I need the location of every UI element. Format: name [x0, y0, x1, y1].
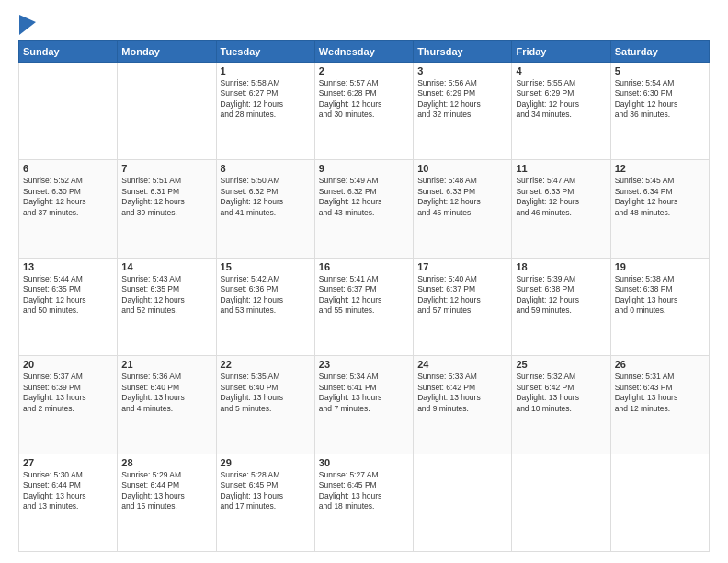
- calendar-cell: [414, 454, 512, 551]
- logo: [18, 15, 36, 31]
- day-number: 11: [516, 163, 606, 174]
- day-info: Sunrise: 5:58 AM Sunset: 6:27 PM Dayligh…: [221, 78, 311, 121]
- day-info: Sunrise: 5:36 AM Sunset: 6:40 PM Dayligh…: [121, 372, 211, 414]
- header: [18, 15, 710, 31]
- calendar-cell: 10Sunrise: 5:48 AM Sunset: 6:33 PM Dayli…: [414, 160, 512, 258]
- day-number: 21: [121, 359, 211, 370]
- day-info: Sunrise: 5:39 AM Sunset: 6:38 PM Dayligh…: [516, 274, 606, 316]
- calendar-cell: 1Sunrise: 5:58 AM Sunset: 6:27 PM Daylig…: [216, 63, 314, 160]
- calendar-cell: 16Sunrise: 5:41 AM Sunset: 6:37 PM Dayli…: [314, 258, 413, 355]
- day-header-sunday: Sunday: [19, 41, 118, 63]
- day-number: 4: [516, 65, 606, 76]
- day-number: 19: [615, 261, 705, 272]
- calendar-cell: 19Sunrise: 5:38 AM Sunset: 6:38 PM Dayli…: [610, 258, 709, 355]
- calendar-week-2: 6Sunrise: 5:52 AM Sunset: 6:30 PM Daylig…: [19, 160, 710, 258]
- calendar-cell: 6Sunrise: 5:52 AM Sunset: 6:30 PM Daylig…: [19, 160, 118, 258]
- calendar-table: SundayMondayTuesdayWednesdayThursdayFrid…: [18, 40, 710, 552]
- day-number: 24: [417, 359, 507, 370]
- day-number: 8: [221, 163, 311, 174]
- calendar-week-3: 13Sunrise: 5:44 AM Sunset: 6:35 PM Dayli…: [19, 258, 710, 355]
- calendar-cell: 9Sunrise: 5:49 AM Sunset: 6:32 PM Daylig…: [314, 160, 413, 258]
- calendar-cell: 8Sunrise: 5:50 AM Sunset: 6:32 PM Daylig…: [216, 160, 314, 258]
- logo-icon: [19, 15, 36, 35]
- day-number: 27: [23, 457, 113, 468]
- calendar-cell: 28Sunrise: 5:29 AM Sunset: 6:44 PM Dayli…: [118, 454, 216, 551]
- day-number: 9: [319, 163, 409, 174]
- day-number: 3: [417, 65, 507, 76]
- calendar-cell: [19, 63, 118, 160]
- calendar-cell: 20Sunrise: 5:37 AM Sunset: 6:39 PM Dayli…: [19, 356, 118, 454]
- day-number: 5: [615, 65, 705, 76]
- day-number: 1: [221, 65, 311, 76]
- day-header-tuesday: Tuesday: [216, 41, 314, 63]
- day-info: Sunrise: 5:55 AM Sunset: 6:29 PM Dayligh…: [516, 78, 606, 121]
- day-number: 29: [221, 457, 311, 468]
- day-header-friday: Friday: [512, 41, 610, 63]
- day-header-thursday: Thursday: [414, 41, 512, 63]
- day-number: 7: [121, 163, 211, 174]
- calendar-cell: 2Sunrise: 5:57 AM Sunset: 6:28 PM Daylig…: [314, 63, 413, 160]
- svg-marker-0: [19, 15, 36, 35]
- day-header-wednesday: Wednesday: [314, 41, 413, 63]
- day-info: Sunrise: 5:33 AM Sunset: 6:42 PM Dayligh…: [417, 372, 507, 414]
- calendar-cell: [610, 454, 709, 551]
- day-number: 16: [319, 261, 409, 272]
- day-info: Sunrise: 5:54 AM Sunset: 6:30 PM Dayligh…: [615, 78, 705, 121]
- day-header-monday: Monday: [118, 41, 216, 63]
- day-info: Sunrise: 5:48 AM Sunset: 6:33 PM Dayligh…: [417, 176, 507, 218]
- calendar-week-4: 20Sunrise: 5:37 AM Sunset: 6:39 PM Dayli…: [19, 356, 710, 454]
- day-number: 25: [516, 359, 606, 370]
- day-number: 13: [23, 261, 113, 272]
- calendar-cell: 12Sunrise: 5:45 AM Sunset: 6:34 PM Dayli…: [610, 160, 709, 258]
- day-number: 28: [121, 457, 211, 468]
- day-info: Sunrise: 5:34 AM Sunset: 6:41 PM Dayligh…: [319, 372, 409, 414]
- day-number: 15: [221, 261, 311, 272]
- calendar-cell: 21Sunrise: 5:36 AM Sunset: 6:40 PM Dayli…: [118, 356, 216, 454]
- day-info: Sunrise: 5:42 AM Sunset: 6:36 PM Dayligh…: [221, 274, 311, 316]
- day-info: Sunrise: 5:30 AM Sunset: 6:44 PM Dayligh…: [23, 470, 113, 512]
- calendar-cell: 30Sunrise: 5:27 AM Sunset: 6:45 PM Dayli…: [314, 454, 413, 551]
- day-number: 20: [23, 359, 113, 370]
- day-info: Sunrise: 5:52 AM Sunset: 6:30 PM Dayligh…: [23, 176, 113, 218]
- day-info: Sunrise: 5:45 AM Sunset: 6:34 PM Dayligh…: [615, 176, 705, 218]
- calendar-cell: [512, 454, 610, 551]
- day-number: 12: [615, 163, 705, 174]
- day-info: Sunrise: 5:51 AM Sunset: 6:31 PM Dayligh…: [121, 176, 211, 218]
- calendar-header-row: SundayMondayTuesdayWednesdayThursdayFrid…: [19, 41, 710, 63]
- day-number: 14: [121, 261, 211, 272]
- day-info: Sunrise: 5:32 AM Sunset: 6:42 PM Dayligh…: [516, 372, 606, 414]
- calendar-cell: 3Sunrise: 5:56 AM Sunset: 6:29 PM Daylig…: [414, 63, 512, 160]
- calendar-cell: 27Sunrise: 5:30 AM Sunset: 6:44 PM Dayli…: [19, 454, 118, 551]
- day-info: Sunrise: 5:37 AM Sunset: 6:39 PM Dayligh…: [23, 372, 113, 414]
- calendar-cell: 17Sunrise: 5:40 AM Sunset: 6:37 PM Dayli…: [414, 258, 512, 355]
- day-number: 2: [319, 65, 409, 76]
- day-info: Sunrise: 5:40 AM Sunset: 6:37 PM Dayligh…: [417, 274, 507, 316]
- calendar-cell: 11Sunrise: 5:47 AM Sunset: 6:33 PM Dayli…: [512, 160, 610, 258]
- day-info: Sunrise: 5:47 AM Sunset: 6:33 PM Dayligh…: [516, 176, 606, 218]
- day-number: 18: [516, 261, 606, 272]
- day-number: 22: [221, 359, 311, 370]
- day-info: Sunrise: 5:41 AM Sunset: 6:37 PM Dayligh…: [319, 274, 409, 316]
- calendar-cell: 4Sunrise: 5:55 AM Sunset: 6:29 PM Daylig…: [512, 63, 610, 160]
- calendar-cell: 23Sunrise: 5:34 AM Sunset: 6:41 PM Dayli…: [314, 356, 413, 454]
- day-info: Sunrise: 5:35 AM Sunset: 6:40 PM Dayligh…: [221, 372, 311, 414]
- day-number: 23: [319, 359, 409, 370]
- day-info: Sunrise: 5:43 AM Sunset: 6:35 PM Dayligh…: [121, 274, 211, 316]
- day-number: 6: [23, 163, 113, 174]
- day-number: 10: [417, 163, 507, 174]
- page: SundayMondayTuesdayWednesdayThursdayFrid…: [0, 0, 728, 563]
- calendar-cell: 5Sunrise: 5:54 AM Sunset: 6:30 PM Daylig…: [610, 63, 709, 160]
- day-info: Sunrise: 5:38 AM Sunset: 6:38 PM Dayligh…: [615, 274, 705, 316]
- day-header-saturday: Saturday: [610, 41, 709, 63]
- day-info: Sunrise: 5:44 AM Sunset: 6:35 PM Dayligh…: [23, 274, 113, 316]
- day-info: Sunrise: 5:28 AM Sunset: 6:45 PM Dayligh…: [221, 470, 311, 512]
- day-info: Sunrise: 5:50 AM Sunset: 6:32 PM Dayligh…: [221, 176, 311, 218]
- calendar-cell: 7Sunrise: 5:51 AM Sunset: 6:31 PM Daylig…: [118, 160, 216, 258]
- day-info: Sunrise: 5:29 AM Sunset: 6:44 PM Dayligh…: [121, 470, 211, 512]
- day-number: 17: [417, 261, 507, 272]
- day-info: Sunrise: 5:31 AM Sunset: 6:43 PM Dayligh…: [615, 372, 705, 414]
- day-number: 26: [615, 359, 705, 370]
- day-info: Sunrise: 5:57 AM Sunset: 6:28 PM Dayligh…: [319, 78, 409, 121]
- calendar-cell: 13Sunrise: 5:44 AM Sunset: 6:35 PM Dayli…: [19, 258, 118, 355]
- calendar-cell: 24Sunrise: 5:33 AM Sunset: 6:42 PM Dayli…: [414, 356, 512, 454]
